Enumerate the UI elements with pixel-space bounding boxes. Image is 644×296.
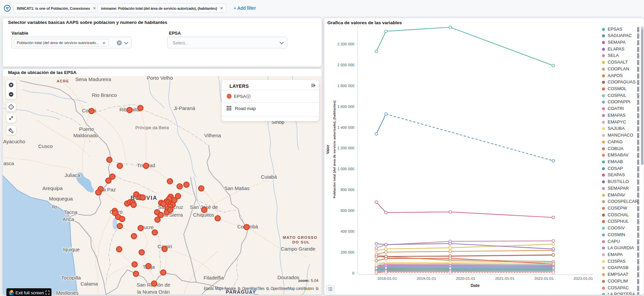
svg-text:1 600 000: 1 600 000 bbox=[337, 105, 354, 109]
svg-text:2 200 000: 2 200 000 bbox=[337, 42, 354, 46]
svg-text:Población total (del área de s: Población total (del área de servicio au… bbox=[332, 101, 336, 198]
svg-text:Valor: Valor bbox=[326, 144, 330, 154]
svg-text:Arica: Arica bbox=[63, 216, 74, 222]
svg-text:2018-01-01: 2018-01-01 bbox=[378, 276, 397, 281]
svg-text:Tocopilla: Tocopilla bbox=[61, 275, 81, 281]
svg-text:Elastic Maps Service ⧉, OpenM: Elastic Maps Service ⧉, OpenMapTiles ⧉, … bbox=[204, 286, 318, 291]
svg-text:2020-01-01: 2020-01-01 bbox=[456, 276, 475, 281]
svg-text:Filadelfia: Filadelfia bbox=[204, 275, 224, 281]
svg-text:Maldonado: Maldonado bbox=[73, 133, 98, 138]
svg-text:Arequipa: Arequipa bbox=[42, 185, 63, 191]
svg-text:zoom:: zoom: bbox=[298, 279, 310, 283]
svg-text:Iquique: Iquique bbox=[63, 247, 79, 252]
svg-text:Príncipe da Beira: Príncipe da Beira bbox=[135, 125, 169, 130]
svg-text:400 000: 400 000 bbox=[341, 229, 354, 233]
svg-text:0: 0 bbox=[352, 271, 354, 275]
svg-text:1 400 000: 1 400 000 bbox=[337, 125, 354, 130]
svg-text:1 000 000: 1 000 000 bbox=[337, 167, 354, 171]
svg-text:Puerto: Puerto bbox=[79, 126, 94, 132]
svg-text:Sena Madureira: Sena Madureira bbox=[75, 76, 111, 82]
svg-text:Cusco: Cusco bbox=[38, 143, 53, 149]
svg-text:200 000: 200 000 bbox=[341, 250, 354, 254]
svg-text:Moquegua: Moquegua bbox=[49, 196, 73, 201]
svg-text:2019-01-01: 2019-01-01 bbox=[417, 276, 436, 281]
svg-text:la Nueva Orán: la Nueva Orán bbox=[137, 289, 170, 295]
svg-text:Vilhena: Vilhena bbox=[204, 133, 221, 138]
svg-text:2023-01-01: 2023-01-01 bbox=[573, 276, 593, 281]
svg-text:600 000: 600 000 bbox=[341, 209, 354, 213]
svg-text:2021-01-01: 2021-01-01 bbox=[495, 276, 514, 281]
svg-text:Ayacucho: Ayacucho bbox=[3, 139, 25, 144]
svg-text:Ji-Paraná: Ji-Paraná bbox=[174, 105, 195, 111]
svg-text:Ilo: Ilo bbox=[52, 204, 57, 210]
svg-text:asca: asca bbox=[3, 160, 14, 166]
svg-text:DO SUL: DO SUL bbox=[292, 240, 310, 244]
svg-text:ACRE: ACRE bbox=[57, 79, 69, 83]
svg-text:Campo Grande: Campo Grande bbox=[281, 246, 316, 252]
svg-text:5.04: 5.04 bbox=[311, 279, 319, 283]
svg-text:Tacna: Tacna bbox=[64, 209, 78, 215]
svg-text:Cuiabá: Cuiabá bbox=[261, 174, 277, 180]
svg-text:San Matias: San Matias bbox=[224, 185, 249, 191]
svg-text:2 000 000: 2 000 000 bbox=[337, 63, 354, 67]
svg-text:MATO GROSSO: MATO GROSSO bbox=[283, 235, 318, 239]
svg-text:Juliaca: Juliaca bbox=[65, 172, 80, 178]
svg-text:Dourados: Dourados bbox=[277, 274, 299, 280]
svg-text:Porto Velho: Porto Velho bbox=[147, 76, 173, 81]
svg-text:2022-01-01: 2022-01-01 bbox=[534, 276, 554, 281]
svg-text:Date: Date bbox=[471, 283, 480, 288]
svg-text:800 000: 800 000 bbox=[341, 188, 354, 192]
svg-text:Calama: Calama bbox=[80, 281, 98, 287]
svg-text:Mejillones: Mejillones bbox=[56, 290, 79, 295]
svg-text:1 800 000: 1 800 000 bbox=[337, 84, 354, 88]
svg-text:Rio Branco: Rio Branco bbox=[92, 92, 117, 98]
svg-text:1 200 000: 1 200 000 bbox=[337, 146, 354, 150]
